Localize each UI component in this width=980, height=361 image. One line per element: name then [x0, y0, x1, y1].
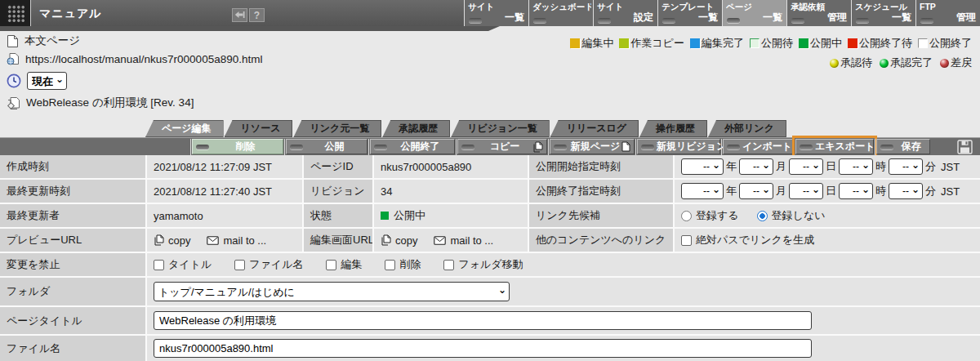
preview-url-label: プレビューURL: [0, 229, 145, 252]
start-month-select[interactable]: --: [739, 158, 773, 175]
created-value: 2021/08/12 11:27:09 JST: [147, 155, 302, 178]
revision-version-select[interactable]: 現在: [27, 72, 67, 90]
tab-page-edit[interactable]: ページ編集: [145, 120, 224, 137]
approval-rejected-icon: [940, 59, 949, 68]
help-icon: ?: [254, 10, 260, 21]
action-toolbar: 削除 公開 公開終了 コピー 新規ページ 新規リビジョン インポート エキスポー: [0, 137, 980, 155]
save-disk-button[interactable]: [957, 140, 973, 154]
back-button[interactable]: [232, 8, 247, 22]
pages-diamond-icon: [7, 96, 20, 110]
tab-external-links[interactable]: 外部リンク: [708, 120, 786, 137]
revision-value: 34: [374, 180, 528, 203]
start-day-select[interactable]: --: [789, 158, 823, 175]
tab-pill-icon: [727, 18, 740, 23]
status-legend: 編集中 作業コピー 編集完了 公開待 公開中 公開終了待 公開終了: [570, 36, 972, 51]
file-name-input[interactable]: [154, 339, 812, 358]
absolute-path-checkbox[interactable]: [681, 235, 692, 246]
nav-tab-site-list[interactable]: サイト 一覧: [464, 0, 528, 26]
approval-legend: 承認待 承認完了 差戻: [830, 56, 972, 70]
tab-resources[interactable]: リソース: [225, 120, 293, 137]
status-workcopy-icon: [619, 38, 629, 48]
save-button[interactable]: 保存: [876, 139, 930, 154]
button-pill-icon: [641, 145, 654, 149]
nav-tab-ftp-admin[interactable]: FTP 管理: [915, 0, 980, 26]
created-label: 作成時刻: [0, 155, 145, 178]
tab-pill-icon: [598, 18, 611, 23]
folder-label: フォルダ: [0, 278, 145, 305]
tab-release-log[interactable]: リリースログ: [550, 120, 639, 137]
button-pill-icon: [290, 145, 303, 149]
page-title-label: ページタイトル: [0, 307, 145, 334]
forbid-delete-checkbox[interactable]: [385, 260, 395, 270]
nav-tab-approval-admin[interactable]: 承認依頼 管理: [786, 0, 851, 26]
export-button[interactable]: エキスポート: [795, 139, 874, 154]
end-minute-select[interactable]: --: [889, 183, 923, 199]
status-publish-wait-icon: [750, 38, 760, 48]
preview-copy-link[interactable]: copy: [154, 234, 190, 247]
page-url: https://localhost/manual/nkus7r000005a89…: [25, 53, 262, 65]
updated-value: 2021/08/12 11:27:40 JST: [147, 180, 302, 203]
editor-tabs: ページ編集 リソース リンク元一覧 承認履歴 リビジョン一覧 リリースログ 操作…: [145, 120, 787, 137]
publish-start-datetime: -- 年 -- 月 -- 日 -- 時 -- 分 JST: [675, 155, 980, 178]
end-month-select[interactable]: --: [739, 183, 773, 199]
tab-revision-list[interactable]: リビジョン一覧: [451, 120, 549, 137]
new-revision-button[interactable]: 新規リビジョン: [637, 139, 720, 154]
tab-pill-icon: [791, 18, 804, 23]
logo-dots-icon: [7, 4, 24, 22]
end-hour-select[interactable]: --: [839, 183, 873, 199]
copy-icon: [154, 234, 164, 246]
publish-end-datetime: -- 年 -- 月 -- 日 -- 時 -- 分 JST: [675, 180, 980, 203]
edit-mail-link[interactable]: mail to ...: [434, 234, 493, 247]
preview-mail-link[interactable]: mail to ...: [207, 234, 266, 247]
page-properties-table: 作成時刻 2021/08/12 11:27:09 JST ページID nkus7…: [0, 155, 980, 361]
forbid-options: タイトル ファイル名 編集 削除 フォルダ移動: [147, 253, 980, 276]
import-button[interactable]: インポート: [723, 139, 793, 154]
start-minute-select[interactable]: --: [889, 158, 923, 175]
floppy-disk-icon: [957, 140, 973, 154]
forbid-title-checkbox[interactable]: [154, 260, 164, 270]
tab-pill-icon: [856, 18, 869, 23]
tab-operation-history[interactable]: 操作履歴: [639, 120, 707, 137]
copy-button[interactable]: コピー: [457, 139, 547, 154]
link-candidate-value: 登録する 登録しない: [675, 204, 980, 227]
forbid-edit-checkbox[interactable]: [326, 260, 336, 270]
button-pill-icon: [554, 145, 567, 149]
nav-tab-template-list[interactable]: テンプレート 一覧: [657, 0, 722, 26]
new-page-button[interactable]: 新規ページ: [550, 139, 635, 154]
nav-tab-site-settings[interactable]: サイト 設定: [593, 0, 657, 26]
button-pill-icon: [461, 145, 474, 149]
mail-icon: [434, 236, 446, 245]
button-pill-icon: [727, 145, 740, 149]
nav-tab-dashboard[interactable]: ダッシュボード: [528, 0, 593, 26]
nav-tab-schedule-list[interactable]: スケジュール 一覧: [851, 0, 915, 26]
edit-copy-link[interactable]: copy: [381, 234, 417, 247]
button-pill-icon: [196, 145, 209, 149]
folder-select[interactable]: トップ/マニュアル/はじめに: [154, 282, 510, 301]
tab-link-sources[interactable]: リンク元一覧: [293, 120, 381, 137]
forbid-folder-move-checkbox[interactable]: [443, 260, 454, 270]
tab-pill-icon: [662, 18, 675, 23]
end-year-select[interactable]: --: [681, 183, 724, 199]
status-edit-done-icon: [690, 38, 700, 48]
end-day-select[interactable]: --: [789, 183, 823, 199]
tab-approval-history[interactable]: 承認履歴: [382, 120, 450, 137]
status-unpublished-icon: [918, 38, 928, 48]
page-title-input[interactable]: [154, 311, 812, 330]
updated-label: 最終更新時刻: [0, 180, 145, 203]
page-id-value: nkus7r000005a890: [374, 155, 528, 178]
copy-icon: [381, 234, 391, 246]
top-bar-extension: [0, 26, 500, 31]
help-button[interactable]: ?: [249, 8, 265, 22]
forbid-filename-checkbox[interactable]: [234, 260, 245, 270]
register-radio[interactable]: [681, 211, 692, 221]
delete-button[interactable]: 削除: [192, 139, 283, 154]
new-page-icon: [621, 141, 630, 152]
link-candidate-label: リンク先候補: [529, 204, 673, 227]
no-register-radio[interactable]: [757, 211, 768, 221]
start-year-select[interactable]: --: [681, 158, 724, 175]
nav-tab-page-list[interactable]: ページ 一覧: [722, 0, 786, 26]
status-value: 公開中: [374, 204, 528, 227]
publish-button[interactable]: 公開: [286, 139, 368, 154]
unpublish-button[interactable]: 公開終了: [370, 139, 455, 154]
start-hour-select[interactable]: --: [839, 158, 873, 175]
